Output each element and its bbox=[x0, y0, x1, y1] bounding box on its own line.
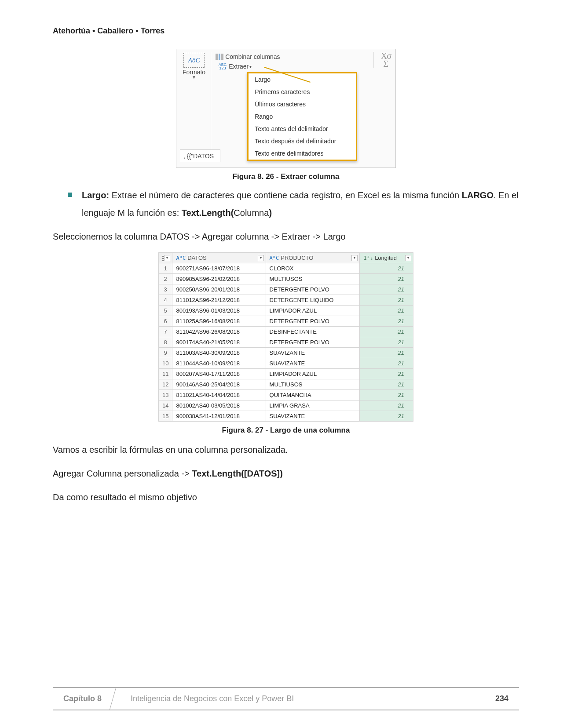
cell-longitud: 21 bbox=[360, 327, 413, 337]
cell-datos: 811042AS96-26/08/2018 bbox=[172, 327, 266, 337]
table-row[interactable]: 4811012AS96-21/12/2018DETERGENTE LIQUIDO… bbox=[159, 295, 413, 306]
cell-producto: LIMPIA GRASA bbox=[266, 400, 360, 411]
cell-producto: DETERGENTE POLVO bbox=[266, 284, 360, 295]
table-row[interactable]: 2890985AS96-21/02/2018MULTIUSOS21 bbox=[159, 274, 413, 284]
table-row[interactable]: 5800193AS96-01/03/2018LIMPIADOR AZUL21 bbox=[159, 306, 413, 316]
row-index: 9 bbox=[159, 348, 172, 358]
cell-longitud: 21 bbox=[360, 411, 413, 422]
paragraph-formula: Vamos a escribir la fórmulas en una colu… bbox=[53, 441, 519, 459]
col-header-producto[interactable]: AᴮCPRODUCTO ▾ bbox=[266, 253, 360, 263]
cell-longitud: 21 bbox=[360, 379, 413, 390]
cell-longitud: 21 bbox=[360, 316, 413, 327]
cell-longitud: 21 bbox=[360, 306, 413, 316]
type-text-icon: AᴮC bbox=[270, 255, 279, 261]
table-row[interactable]: 15900038AS41-12/01/2018SUAVIZANTE21 bbox=[159, 411, 413, 422]
cell-longitud: 21 bbox=[360, 348, 413, 358]
menu-item-primeros[interactable]: Primeros caracteres bbox=[249, 86, 356, 98]
table-row[interactable]: 7811042AS96-26/08/2018DESINFECTANTE21 bbox=[159, 327, 413, 337]
paragraph-add-column: Agregar Columna personalizada -> Text.Le… bbox=[53, 465, 519, 482]
table-row[interactable]: 14801002AS40-03/05/2018LIMPIA GRASA21 bbox=[159, 400, 413, 411]
chevron-down-icon[interactable]: ▾ bbox=[258, 255, 264, 261]
cell-longitud: 21 bbox=[360, 263, 413, 274]
table-row[interactable]: 6811025AS96-16/08/2018DETERGENTE POLVO21 bbox=[159, 316, 413, 327]
type-number-icon: 1²₃ bbox=[363, 255, 373, 261]
chevron-down-icon[interactable]: ▾ bbox=[164, 255, 170, 261]
row-index: 13 bbox=[159, 390, 172, 400]
table-row[interactable]: 11800207AS40-17/11/2018LIMPIADOR AZUL21 bbox=[159, 369, 413, 379]
figure-caption-27: Figura 8. 27 - Largo de una columna bbox=[53, 426, 519, 435]
menu-item-after-delim[interactable]: Texto después del delimitador bbox=[249, 135, 356, 147]
menu-item-ultimos[interactable]: Últimos caracteres bbox=[249, 98, 356, 110]
footer-title: Inteligencia de Negocios con Excel y Pow… bbox=[131, 694, 294, 703]
table-row[interactable]: 12900146AS40-25/04/2018MULTIUSOS21 bbox=[159, 379, 413, 390]
cell-datos: 811044AS40-10/09/2018 bbox=[172, 358, 266, 369]
statistics-icon: Χσ Σ bbox=[373, 52, 391, 68]
col-header-longitud[interactable]: 1²₃Longitud ▾ bbox=[360, 253, 413, 263]
cell-longitud: 21 bbox=[360, 369, 413, 379]
col-header-datos[interactable]: AᴮCDATOS ▾ bbox=[172, 253, 266, 263]
cell-producto: DETERGENTE LIQUIDO bbox=[266, 295, 360, 306]
page-footer: Capítulo 8 Inteligencia de Negocios con … bbox=[53, 687, 519, 710]
bullet-largo: Largo: Extrae el número de caracteres qu… bbox=[68, 186, 519, 222]
formula-bar-fragment: , {{"DATOS bbox=[180, 149, 220, 162]
combine-label: Combinar columnas bbox=[225, 53, 280, 60]
footer-page-number: 234 bbox=[495, 694, 508, 703]
row-index: 6 bbox=[159, 316, 172, 327]
cell-producto: QUITAMANCHA bbox=[266, 390, 360, 400]
cell-datos: 900038AS41-12/01/2018 bbox=[172, 411, 266, 422]
format-icon: AöC bbox=[183, 53, 205, 68]
extract-label: Extraer bbox=[229, 63, 249, 70]
cell-longitud: 21 bbox=[360, 295, 413, 306]
cell-producto: SUAVIZANTE bbox=[266, 358, 360, 369]
cell-producto: CLOROX bbox=[266, 263, 360, 274]
cell-producto: DETERGENTE POLVO bbox=[266, 316, 360, 327]
table-row[interactable]: 1900271AS96-18/07/2018CLOROX21 bbox=[159, 263, 413, 274]
cell-datos: 900271AS96-18/07/2018 bbox=[172, 263, 266, 274]
cell-producto: SUAVIZANTE bbox=[266, 411, 360, 422]
row-index: 15 bbox=[159, 411, 172, 422]
col-header-index[interactable]: ▾ bbox=[159, 253, 172, 263]
bullet-text: Largo: Extrae el número de caracteres qu… bbox=[82, 186, 519, 222]
menu-item-rango[interactable]: Rango bbox=[249, 110, 356, 123]
cell-longitud: 21 bbox=[360, 337, 413, 348]
table-row[interactable]: 9811003AS40-30/09/2018SUAVIZANTE21 bbox=[159, 348, 413, 358]
chevron-down-icon[interactable]: ▾ bbox=[351, 255, 358, 261]
chevron-down-icon[interactable]: ▾ bbox=[405, 255, 411, 261]
cell-longitud: 21 bbox=[360, 400, 413, 411]
cell-longitud: 21 bbox=[360, 284, 413, 295]
table-row[interactable]: 8900174AS40-21/05/2018DETERGENTE POLVO21 bbox=[159, 337, 413, 348]
row-index: 3 bbox=[159, 284, 172, 295]
row-index: 2 bbox=[159, 274, 172, 284]
cell-datos: 811021AS40-14/04/2018 bbox=[172, 390, 266, 400]
table-row[interactable]: 10811044AS40-10/09/2018SUAVIZANTE21 bbox=[159, 358, 413, 369]
combine-columns-button[interactable]: Combinar columnas bbox=[216, 52, 392, 62]
row-index: 1 bbox=[159, 263, 172, 274]
ribbon-screenshot: Χσ Σ AöC Formato ▼ Combinar columnas bbox=[176, 49, 396, 168]
menu-item-before-delim[interactable]: Texto antes del delimitador bbox=[249, 123, 356, 135]
cell-longitud: 21 bbox=[360, 274, 413, 284]
cell-datos: 800193AS96-01/03/2018 bbox=[172, 306, 266, 316]
cell-datos: 811003AS40-30/09/2018 bbox=[172, 348, 266, 358]
cell-datos: 800207AS40-17/11/2018 bbox=[172, 369, 266, 379]
extract-button[interactable]: ABC123 Extraer ▾ bbox=[216, 62, 253, 71]
row-index: 8 bbox=[159, 337, 172, 348]
table-row[interactable]: 3900250AS96-20/01/2018DETERGENTE POLVO21 bbox=[159, 284, 413, 295]
cell-producto: SUAVIZANTE bbox=[266, 348, 360, 358]
combine-icon bbox=[216, 54, 223, 60]
type-text-icon: AᴮC bbox=[176, 255, 186, 261]
cell-producto: LIMPIADOR AZUL bbox=[266, 369, 360, 379]
cell-producto: DETERGENTE POLVO bbox=[266, 337, 360, 348]
chevron-down-icon: ▾ bbox=[249, 64, 252, 69]
format-button[interactable]: AöC Formato ▼ bbox=[180, 52, 208, 80]
row-index: 4 bbox=[159, 295, 172, 306]
cell-datos: 900146AS40-25/04/2018 bbox=[172, 379, 266, 390]
extract-menu: Largo Primeros caracteres Últimos caract… bbox=[247, 72, 357, 161]
cell-datos: 890985AS96-21/02/2018 bbox=[172, 274, 266, 284]
menu-item-between-delim[interactable]: Texto entre delimitadores bbox=[249, 147, 356, 160]
cell-datos: 801002AS40-03/05/2018 bbox=[172, 400, 266, 411]
table-row[interactable]: 13811021AS40-14/04/2018QUITAMANCHA21 bbox=[159, 390, 413, 400]
figure-caption-26: Figura 8. 26 - Extraer columna bbox=[53, 172, 519, 181]
page-header-authors: Atehortúa • Caballero • Torres bbox=[53, 26, 519, 36]
cell-datos: 811025AS96-16/08/2018 bbox=[172, 316, 266, 327]
row-index: 14 bbox=[159, 400, 172, 411]
